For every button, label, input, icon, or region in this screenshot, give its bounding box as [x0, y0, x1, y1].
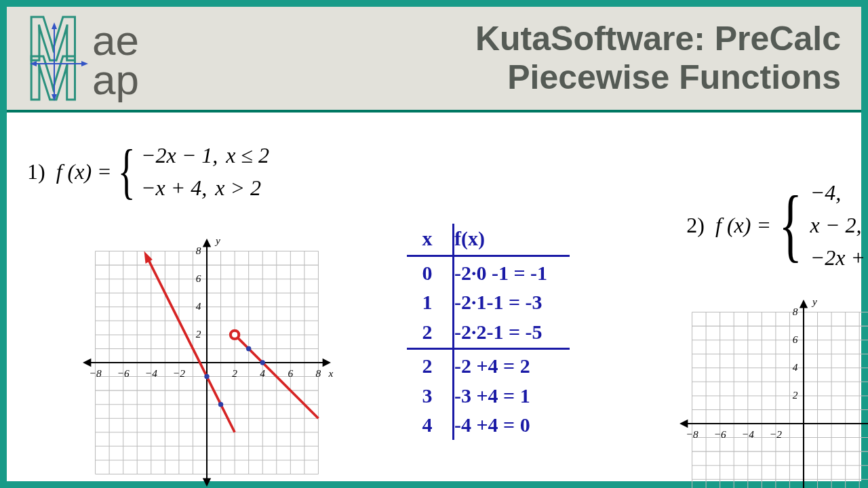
svg-point-52 — [246, 346, 251, 351]
svg-point-49 — [231, 331, 239, 339]
svg-marker-43 — [83, 359, 91, 367]
header: M ae M ap KutaSoftware: PreCalc Piecewis… — [7, 7, 861, 113]
content-area: 1) f (x) = { −2x − 1,x ≤ 2 −x + 4,x > 2 … — [7, 115, 861, 481]
svg-text:−2: −2 — [173, 367, 185, 379]
svg-text:8: 8 — [316, 367, 321, 379]
svg-marker-102 — [679, 420, 688, 428]
problem-2: 2) f (x) = { −4, x − 2, −2x + 4 — [686, 176, 868, 274]
p1-expr1: −2x − 1, — [141, 143, 218, 167]
svg-text:−4: −4 — [145, 367, 157, 379]
graph-2: −8−6−4−2 2468 y — [610, 298, 868, 488]
svg-text:y: y — [811, 296, 817, 307]
title-block: KutaSoftware: PreCalc Piecewise Function… — [237, 20, 861, 98]
graph-1: −8−6−4−2 2468 2468 xy — [14, 237, 400, 488]
svg-text:2: 2 — [232, 367, 237, 379]
svg-text:−6: −6 — [117, 367, 130, 379]
svg-text:−8: −8 — [686, 428, 698, 440]
svg-marker-7 — [81, 61, 88, 66]
p2-expr2: x − 2, — [810, 213, 862, 237]
brace-icon: { — [117, 147, 135, 196]
svg-point-53 — [260, 360, 265, 365]
title-line1: KutaSoftware: PreCalc — [237, 20, 841, 59]
p1-cond2: x > 2 — [215, 176, 261, 200]
svg-point-51 — [218, 402, 223, 407]
p1-expr2: −x + 4, — [141, 176, 207, 200]
svg-text:4: 4 — [196, 300, 201, 312]
svg-text:4: 4 — [260, 367, 265, 379]
svg-text:−2: −2 — [770, 428, 782, 440]
svg-text:4: 4 — [793, 361, 798, 373]
svg-text:8: 8 — [196, 245, 201, 256]
problem-1-label: f (x) = — [56, 159, 112, 184]
problem-2-label: f (x) = — [715, 213, 771, 238]
title-line2: Piecewise Functions — [237, 58, 841, 98]
svg-text:−6: −6 — [714, 428, 726, 440]
p2-expr1: −4, — [810, 180, 842, 205]
problem-1: 1) f (x) = { −2x − 1,x ≤ 2 −x + 4,x > 2 — [27, 139, 269, 204]
hand-table: xf(x) 0-2·0 -1 = -1 1-2·1-1 = -3 2-2·2-1… — [407, 224, 570, 440]
svg-marker-44 — [203, 239, 211, 247]
svg-point-50 — [204, 374, 209, 379]
problem-2-number: 2) — [686, 213, 705, 238]
svg-marker-45 — [203, 479, 211, 487]
problem-1-number: 1) — [27, 159, 45, 184]
svg-text:y: y — [214, 235, 220, 246]
brace-icon: { — [779, 192, 803, 258]
p1-cond1: x ≤ 2 — [226, 143, 269, 167]
svg-marker-42 — [323, 359, 331, 367]
svg-text:2: 2 — [196, 328, 201, 340]
svg-text:−4: −4 — [742, 428, 754, 440]
th-x: x — [407, 224, 448, 253]
svg-text:6: 6 — [288, 367, 293, 379]
svg-text:6: 6 — [793, 333, 798, 345]
svg-text:6: 6 — [196, 272, 201, 284]
svg-text:2: 2 — [793, 389, 798, 401]
svg-text:M: M — [27, 43, 79, 102]
svg-text:8: 8 — [793, 306, 798, 317]
maemap-logo: M ae M ap — [27, 14, 237, 102]
svg-marker-103 — [800, 300, 808, 308]
p2-expr3: −2x + 4 — [810, 245, 868, 270]
logo-ap: ap — [92, 56, 139, 102]
svg-text:x: x — [328, 367, 334, 379]
svg-text:−8: −8 — [90, 367, 102, 379]
